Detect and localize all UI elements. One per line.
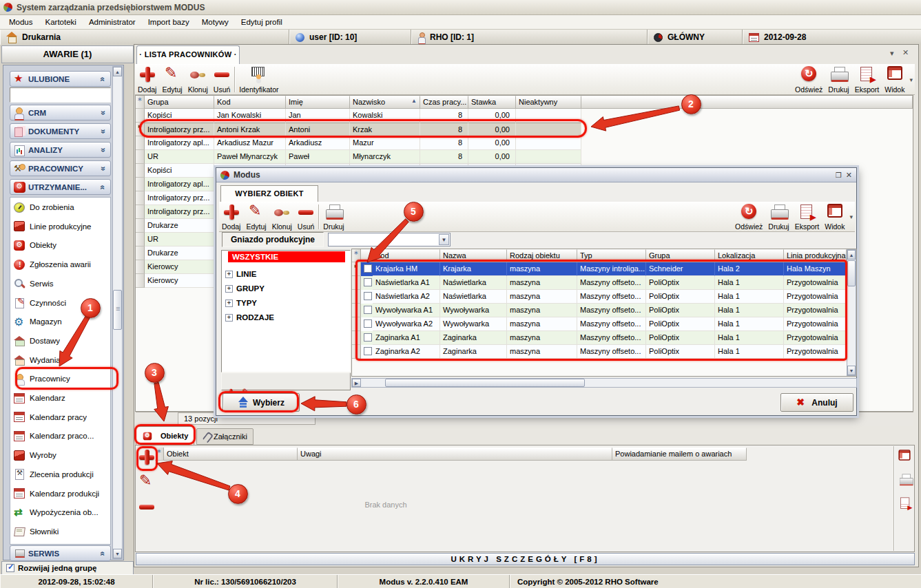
column-header-stawka[interactable]: Stawka: [468, 96, 516, 109]
table-cell[interactable]: 0,00: [468, 123, 516, 136]
table-cell[interactable]: Introligatorzy prz...: [145, 123, 214, 136]
row-indicator[interactable]: [136, 205, 145, 219]
hide-details-button[interactable]: UKRYJ SZCZEGÓŁY [F8]: [136, 553, 915, 565]
detail-add-button[interactable]: [138, 449, 156, 470]
expand-plus-icon[interactable]: +: [225, 314, 233, 322]
dialog-table-cell[interactable]: maszyna: [507, 290, 577, 304]
toolbar-button-widok[interactable]: Widok: [822, 202, 847, 231]
table-cell[interactable]: Krzak: [350, 123, 420, 136]
expand-plus-icon[interactable]: +: [225, 271, 233, 278]
date-cell[interactable]: 2012-09-28: [743, 30, 921, 45]
sidebar-item-kalendarz-praco[interactable]: Kalendarz praco...: [14, 427, 109, 445]
dialog-hscrollbar[interactable]: ◀ ▶: [351, 378, 857, 388]
dialog-table-cell[interactable]: Przygotowalnia: [784, 345, 847, 359]
sidebar-item-obiekty[interactable]: Obiekty: [14, 236, 109, 254]
checkbox-cell[interactable]: [361, 317, 373, 331]
row-checkbox[interactable]: [364, 347, 372, 355]
dialog-table-cell[interactable]: PoliOptix: [646, 345, 715, 359]
dialog-table-cell[interactable]: Maszyny offseto...: [577, 304, 646, 317]
row-indicator[interactable]: [136, 260, 145, 274]
hscroll-right-icon[interactable]: ▶: [352, 379, 361, 387]
dialog-table-cell[interactable]: maszyna: [507, 331, 577, 345]
toolbar-button-drukuj[interactable]: Drukuj: [825, 65, 851, 94]
sidebar-item-kalendarz[interactable]: Kalendarz: [14, 389, 109, 407]
dialog-table-cell[interactable]: Hala 1: [715, 290, 784, 304]
table-cell[interactable]: 0,00: [468, 136, 516, 150]
toolbar-button-drukuj[interactable]: Drukuj: [320, 202, 346, 231]
dialog-table-cell[interactable]: Hala 1: [715, 304, 784, 317]
column-header-grupa[interactable]: Grupa: [145, 96, 214, 109]
dialog-title-bar[interactable]: Modus ❐ ✕: [216, 168, 856, 182]
dialog-table-cell[interactable]: Naświetlarka: [440, 290, 507, 304]
dialog-table-cell[interactable]: Maszyny offseto...: [577, 317, 646, 331]
sidebar-group-analizy[interactable]: ANALIZY«: [10, 142, 111, 158]
dialog-row-indicator[interactable]: [352, 304, 361, 317]
table-cell[interactable]: Arkadiusz Mazur: [214, 136, 286, 150]
toolbar-button-drukuj[interactable]: Drukuj: [765, 202, 791, 231]
dialog-table-cell[interactable]: PoliOptix: [646, 317, 715, 331]
menu-item-modus[interactable]: Modus: [3, 16, 39, 28]
sidebar-item-kalendarz-pracy[interactable]: Kalendarz pracy: [14, 408, 109, 426]
row-indicator[interactable]: [136, 219, 145, 233]
row-indicator[interactable]: [136, 191, 145, 205]
column-header-nazwisko[interactable]: Nazwisko▲: [350, 96, 420, 109]
tab-lista-pracownikow[interactable]: · LISTA PRACOWNIKÓW ·: [136, 45, 240, 64]
toolbar-button-klonuj[interactable]: Klonuj: [269, 202, 295, 231]
dialog-table-cell[interactable]: PoliOptix: [646, 304, 715, 317]
dialog-table-cell[interactable]: Zaginarka A1: [373, 331, 440, 345]
dialog-table-cell[interactable]: Zaginarka: [440, 331, 507, 345]
row-indicator[interactable]: [136, 246, 145, 260]
row-checkbox[interactable]: [364, 278, 372, 286]
dialog-table-cell[interactable]: Maszyny offseto...: [577, 276, 646, 290]
dialog-row-indicator[interactable]: [352, 345, 361, 359]
table-cell[interactable]: Jan: [286, 109, 350, 123]
sidebar-scrollbar[interactable]: ▲ ▼: [112, 66, 123, 559]
dialog-column-header-kod[interactable]: Kod: [373, 249, 440, 262]
toolbar-button-edytuj[interactable]: Edytuj: [243, 202, 269, 231]
dialog-table-cell[interactable]: PoliOptix: [646, 290, 715, 304]
sidebar-item-kalendarz-produkcji[interactable]: Kalendarz produkcji: [14, 485, 109, 503]
dialog-table-cell[interactable]: Maszyny offseto...: [577, 331, 646, 345]
table-cell[interactable]: 0,00: [468, 150, 516, 164]
sidebar-item-czynnosci[interactable]: Czynności: [14, 294, 109, 312]
tab-obiekty[interactable]: Obiekty: [136, 426, 194, 445]
checkbox-cell[interactable]: [361, 276, 373, 290]
table-cell[interactable]: Arkadiusz: [286, 136, 350, 150]
sidebar-item-do-zrobienia[interactable]: Do zrobienia: [14, 198, 109, 216]
toolbar-button-klonuj[interactable]: Klonuj: [185, 65, 211, 94]
dialog-table-cell[interactable]: maszyna: [507, 317, 577, 331]
dialog-table-cell[interactable]: Zaginarka: [440, 345, 507, 359]
dialog-table-cell[interactable]: Hala Maszyn: [784, 262, 847, 276]
table-cell[interactable]: Introligatorzy prz...: [145, 191, 214, 205]
checkbox-cell[interactable]: [361, 304, 373, 317]
row-indicator[interactable]: [136, 109, 145, 123]
row-indicator[interactable]: [136, 164, 145, 178]
location-cell[interactable]: Drukarnia: [0, 30, 289, 45]
dialog-table-cell[interactable]: Przygotowalnia: [784, 304, 847, 317]
scroll-down-icon[interactable]: ▼: [113, 549, 122, 558]
detail-column-header-uwagi[interactable]: Uwagi: [298, 448, 612, 461]
column-header-czas-pracy[interactable]: Czas pracy...: [420, 96, 468, 109]
row-checkbox[interactable]: [364, 333, 372, 342]
dialog-table-cell[interactable]: Hala 1: [715, 317, 784, 331]
dialog-column-header-nazwa[interactable]: Nazwa: [440, 249, 507, 262]
dialog-row-indicator[interactable]: [352, 290, 361, 304]
table-cell[interactable]: Introligatorzy prz...: [145, 205, 214, 219]
tree-node-rodzaje[interactable]: +RODZAJE: [225, 311, 274, 324]
checkbox-cell[interactable]: [361, 345, 373, 359]
table-cell[interactable]: Drukarze: [145, 219, 214, 233]
row-checkbox[interactable]: [364, 319, 372, 328]
vscroll-down-icon[interactable]: ▼: [847, 366, 856, 375]
detail-delete-button[interactable]: [138, 498, 156, 519]
dialog-tab-wybierz-obiekt[interactable]: WYBIERZ OBIEKT: [220, 185, 318, 202]
menu-item-import-bazy[interactable]: Import bazy: [142, 16, 196, 28]
dialog-table-cell[interactable]: Przygotowalnia: [784, 331, 847, 345]
cancel-button[interactable]: Anuluj: [780, 393, 853, 412]
column-header-imie[interactable]: Imię: [286, 96, 350, 109]
sidebar-group-serwis[interactable]: SERWIS«: [10, 545, 111, 561]
column-header-kod[interactable]: Kod: [214, 96, 286, 109]
column-header-nieaktywny[interactable]: Nieaktywny: [516, 96, 581, 109]
table-cell[interactable]: Drukarze: [145, 246, 214, 260]
row-indicator[interactable]: [136, 178, 145, 191]
toolbar-button-identyfikator[interactable]: Identyfikator: [236, 65, 281, 94]
